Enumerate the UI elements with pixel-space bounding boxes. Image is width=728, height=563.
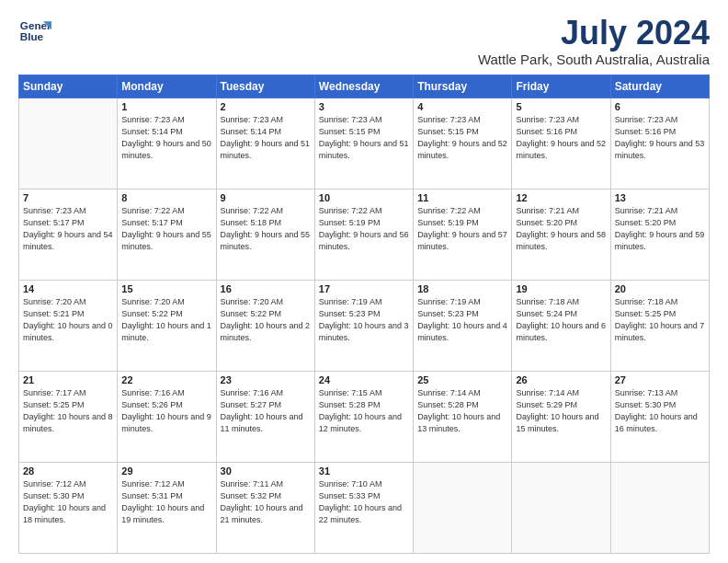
day-info: Sunrise: 7:20 AMSunset: 5:21 PMDaylight:…	[23, 296, 113, 344]
header-sunday: Sunday	[19, 75, 118, 98]
table-row: 31Sunrise: 7:10 AMSunset: 5:33 PMDayligh…	[314, 462, 413, 553]
page: General Blue July 2024 Wattle Park, Sout…	[0, 0, 728, 563]
table-row: 22Sunrise: 7:16 AMSunset: 5:26 PMDayligh…	[118, 371, 216, 462]
table-row: 11Sunrise: 7:22 AMSunset: 5:19 PMDayligh…	[414, 189, 512, 280]
table-row: 19Sunrise: 7:18 AMSunset: 5:24 PMDayligh…	[512, 280, 610, 371]
day-number: 21	[23, 374, 113, 385]
day-number: 19	[516, 283, 606, 294]
table-row: 3Sunrise: 7:23 AMSunset: 5:15 PMDaylight…	[314, 98, 413, 189]
day-number: 2	[221, 101, 311, 112]
title-block: July 2024 Wattle Park, South Australia, …	[478, 15, 710, 67]
day-number: 1	[121, 101, 211, 112]
table-row	[512, 462, 610, 553]
day-number: 17	[319, 283, 409, 294]
day-info: Sunrise: 7:21 AMSunset: 5:20 PMDaylight:…	[516, 205, 606, 253]
day-info: Sunrise: 7:19 AMSunset: 5:23 PMDaylight:…	[319, 296, 409, 344]
day-number: 8	[121, 192, 211, 203]
table-row: 7Sunrise: 7:23 AMSunset: 5:17 PMDaylight…	[19, 189, 118, 280]
table-row	[610, 462, 709, 553]
header-saturday: Saturday	[610, 75, 709, 98]
day-number: 7	[23, 192, 113, 203]
day-info: Sunrise: 7:20 AMSunset: 5:22 PMDaylight:…	[221, 296, 311, 344]
day-info: Sunrise: 7:19 AMSunset: 5:23 PMDaylight:…	[417, 296, 507, 344]
day-number: 31	[319, 465, 409, 477]
day-number: 9	[221, 192, 311, 203]
logo: General Blue	[18, 15, 51, 48]
table-row: 21Sunrise: 7:17 AMSunset: 5:25 PMDayligh…	[19, 371, 118, 462]
day-number: 5	[516, 101, 606, 112]
table-row: 9Sunrise: 7:22 AMSunset: 5:18 PMDaylight…	[216, 189, 314, 280]
day-info: Sunrise: 7:22 AMSunset: 5:17 PMDaylight:…	[121, 205, 211, 253]
day-number: 6	[615, 101, 705, 112]
day-number: 3	[319, 101, 409, 112]
svg-text:Blue: Blue	[20, 30, 44, 42]
table-row: 27Sunrise: 7:13 AMSunset: 5:30 PMDayligh…	[610, 371, 709, 462]
day-info: Sunrise: 7:10 AMSunset: 5:33 PMDaylight:…	[319, 478, 409, 526]
day-info: Sunrise: 7:23 AMSunset: 5:15 PMDaylight:…	[319, 114, 409, 162]
day-number: 24	[319, 374, 409, 385]
day-info: Sunrise: 7:17 AMSunset: 5:25 PMDaylight:…	[23, 387, 113, 435]
table-row: 23Sunrise: 7:16 AMSunset: 5:27 PMDayligh…	[216, 371, 314, 462]
day-number: 15	[121, 283, 211, 294]
table-row: 8Sunrise: 7:22 AMSunset: 5:17 PMDaylight…	[118, 189, 216, 280]
day-info: Sunrise: 7:23 AMSunset: 5:17 PMDaylight:…	[23, 205, 113, 253]
month-title: July 2024	[478, 15, 710, 52]
table-row: 25Sunrise: 7:14 AMSunset: 5:28 PMDayligh…	[414, 371, 512, 462]
day-info: Sunrise: 7:14 AMSunset: 5:29 PMDaylight:…	[516, 387, 606, 435]
table-row: 6Sunrise: 7:23 AMSunset: 5:16 PMDaylight…	[610, 98, 709, 189]
day-info: Sunrise: 7:23 AMSunset: 5:16 PMDaylight:…	[516, 114, 606, 162]
day-info: Sunrise: 7:16 AMSunset: 5:27 PMDaylight:…	[221, 387, 311, 435]
day-info: Sunrise: 7:12 AMSunset: 5:30 PMDaylight:…	[23, 478, 113, 526]
table-row: 28Sunrise: 7:12 AMSunset: 5:30 PMDayligh…	[19, 462, 118, 553]
header-wednesday: Wednesday	[314, 75, 413, 98]
day-info: Sunrise: 7:22 AMSunset: 5:19 PMDaylight:…	[417, 205, 507, 253]
table-row: 20Sunrise: 7:18 AMSunset: 5:25 PMDayligh…	[610, 280, 709, 371]
day-info: Sunrise: 7:21 AMSunset: 5:20 PMDaylight:…	[615, 205, 705, 253]
day-number: 13	[615, 192, 705, 203]
calendar-week-4: 28Sunrise: 7:12 AMSunset: 5:30 PMDayligh…	[19, 462, 710, 553]
day-info: Sunrise: 7:23 AMSunset: 5:16 PMDaylight:…	[615, 114, 705, 162]
day-number: 16	[221, 283, 311, 294]
day-info: Sunrise: 7:11 AMSunset: 5:32 PMDaylight:…	[221, 478, 311, 526]
table-row: 24Sunrise: 7:15 AMSunset: 5:28 PMDayligh…	[314, 371, 413, 462]
day-number: 12	[516, 192, 606, 203]
day-info: Sunrise: 7:12 AMSunset: 5:31 PMDaylight:…	[121, 478, 211, 526]
table-row: 26Sunrise: 7:14 AMSunset: 5:29 PMDayligh…	[512, 371, 610, 462]
day-number: 22	[121, 374, 211, 385]
day-info: Sunrise: 7:22 AMSunset: 5:19 PMDaylight:…	[319, 205, 409, 253]
table-row: 18Sunrise: 7:19 AMSunset: 5:23 PMDayligh…	[414, 280, 512, 371]
day-info: Sunrise: 7:23 AMSunset: 5:14 PMDaylight:…	[121, 114, 211, 162]
day-info: Sunrise: 7:15 AMSunset: 5:28 PMDaylight:…	[319, 387, 409, 435]
day-number: 20	[615, 283, 705, 294]
day-number: 18	[417, 283, 507, 294]
table-row: 17Sunrise: 7:19 AMSunset: 5:23 PMDayligh…	[314, 280, 413, 371]
calendar-week-0: 1Sunrise: 7:23 AMSunset: 5:14 PMDaylight…	[19, 98, 710, 189]
day-number: 10	[319, 192, 409, 203]
day-number: 27	[615, 374, 705, 385]
table-row: 5Sunrise: 7:23 AMSunset: 5:16 PMDaylight…	[512, 98, 610, 189]
day-info: Sunrise: 7:22 AMSunset: 5:18 PMDaylight:…	[221, 205, 311, 253]
day-number: 29	[121, 465, 211, 477]
day-number: 30	[221, 465, 311, 477]
header-friday: Friday	[512, 75, 610, 98]
table-row: 12Sunrise: 7:21 AMSunset: 5:20 PMDayligh…	[512, 189, 610, 280]
header: General Blue July 2024 Wattle Park, Sout…	[18, 15, 710, 67]
table-row: 30Sunrise: 7:11 AMSunset: 5:32 PMDayligh…	[216, 462, 314, 553]
day-number: 11	[417, 192, 507, 203]
day-number: 23	[221, 374, 311, 385]
calendar-header-row: Sunday Monday Tuesday Wednesday Thursday…	[19, 75, 710, 98]
day-info: Sunrise: 7:16 AMSunset: 5:26 PMDaylight:…	[121, 387, 211, 435]
day-info: Sunrise: 7:18 AMSunset: 5:24 PMDaylight:…	[516, 296, 606, 344]
calendar-week-3: 21Sunrise: 7:17 AMSunset: 5:25 PMDayligh…	[19, 371, 710, 462]
day-info: Sunrise: 7:13 AMSunset: 5:30 PMDaylight:…	[615, 387, 705, 435]
day-number: 25	[417, 374, 507, 385]
table-row: 2Sunrise: 7:23 AMSunset: 5:14 PMDaylight…	[216, 98, 314, 189]
day-number: 4	[417, 101, 507, 112]
day-info: Sunrise: 7:20 AMSunset: 5:22 PMDaylight:…	[121, 296, 211, 344]
header-tuesday: Tuesday	[216, 75, 314, 98]
table-row: 14Sunrise: 7:20 AMSunset: 5:21 PMDayligh…	[19, 280, 118, 371]
day-number: 26	[516, 374, 606, 385]
calendar-week-1: 7Sunrise: 7:23 AMSunset: 5:17 PMDaylight…	[19, 189, 710, 280]
day-info: Sunrise: 7:14 AMSunset: 5:28 PMDaylight:…	[417, 387, 507, 435]
calendar-table: Sunday Monday Tuesday Wednesday Thursday…	[18, 75, 710, 554]
